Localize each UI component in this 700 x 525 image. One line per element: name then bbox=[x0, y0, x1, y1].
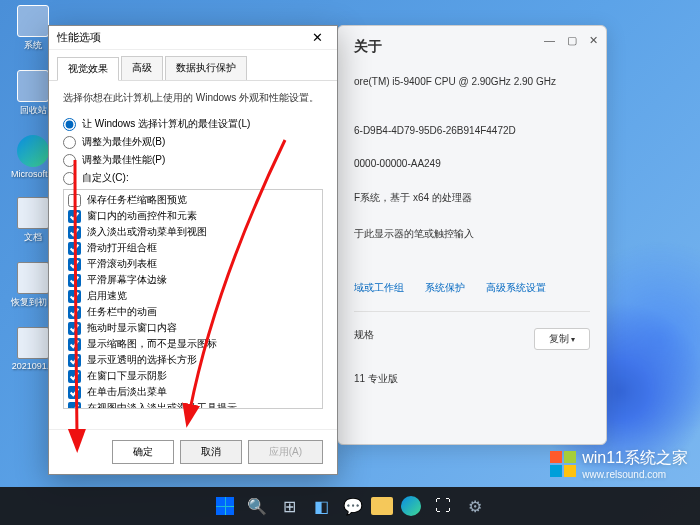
effect-option[interactable]: 在单击后淡出菜单 bbox=[68, 384, 318, 400]
checkbox-input[interactable] bbox=[68, 386, 81, 399]
watermark-url: www.relsound.com bbox=[582, 469, 688, 480]
effect-option[interactable]: 淡入淡出或滑动菜单到视图 bbox=[68, 224, 318, 240]
effect-option[interactable]: 拖动时显示窗口内容 bbox=[68, 320, 318, 336]
watermark: win11系统之家 www.relsound.com bbox=[550, 448, 688, 480]
chat-icon[interactable]: 💬 bbox=[339, 492, 367, 520]
checkbox-input[interactable] bbox=[68, 354, 81, 367]
checkbox-input[interactable] bbox=[68, 210, 81, 223]
checkbox-label: 显示亚透明的选择长方形 bbox=[87, 353, 197, 367]
tab-dep[interactable]: 数据执行保护 bbox=[165, 56, 247, 80]
dialog-buttons: 确定 取消 应用(A) bbox=[49, 429, 337, 474]
radio-label: 调整为最佳外观(B) bbox=[82, 135, 165, 149]
checkbox-label: 拖动时显示窗口内容 bbox=[87, 321, 177, 335]
icon-label: 回收站 bbox=[20, 104, 47, 117]
effect-option[interactable]: 显示亚透明的选择长方形 bbox=[68, 352, 318, 368]
edge-taskbar-icon[interactable] bbox=[397, 492, 425, 520]
description: 选择你想在此计算机上使用的 Windows 外观和性能设置。 bbox=[63, 91, 323, 105]
icon-label: 文档 bbox=[24, 231, 42, 244]
apply-button[interactable]: 应用(A) bbox=[248, 440, 323, 464]
ok-button[interactable]: 确定 bbox=[112, 440, 174, 464]
icon-label: 系统 bbox=[24, 39, 42, 52]
explorer-icon[interactable] bbox=[371, 497, 393, 515]
radio-input[interactable] bbox=[63, 118, 76, 131]
settings-icon[interactable]: ⚙ bbox=[461, 492, 489, 520]
arch-info: F系统，基于 x64 的处理器 bbox=[354, 191, 590, 205]
radio-option[interactable]: 让 Windows 选择计算机的最佳设置(L) bbox=[63, 117, 323, 131]
cpu-info: ore(TM) i5-9400F CPU @ 2.90GHz 2.90 GHz bbox=[354, 76, 590, 87]
effects-list[interactable]: 保存任务栏缩略图预览窗口内的动画控件和元素淡入淡出或滑动菜单到视图滑动打开组合框… bbox=[63, 189, 323, 409]
effect-option[interactable]: 在窗口下显示阴影 bbox=[68, 368, 318, 384]
radio-option[interactable]: 调整为最佳外观(B) bbox=[63, 135, 323, 149]
effect-option[interactable]: 保存任务栏缩略图预览 bbox=[68, 192, 318, 208]
effect-option[interactable]: 启用速览 bbox=[68, 288, 318, 304]
radio-label: 自定义(C): bbox=[82, 171, 129, 185]
taskview-icon[interactable]: ⊞ bbox=[275, 492, 303, 520]
checkbox-input[interactable] bbox=[68, 226, 81, 239]
checkbox-label: 在单击后淡出菜单 bbox=[87, 385, 167, 399]
checkbox-input[interactable] bbox=[68, 338, 81, 351]
minimize-icon[interactable]: — bbox=[544, 34, 555, 47]
document-icon bbox=[17, 327, 49, 359]
checkbox-input[interactable] bbox=[68, 322, 81, 335]
radio-group: 让 Windows 选择计算机的最佳设置(L)调整为最佳外观(B)调整为最佳性能… bbox=[63, 117, 323, 185]
domain-link[interactable]: 域或工作组 bbox=[354, 282, 404, 293]
effect-option[interactable]: 在视图中淡入淡出或滑动工具提示 bbox=[68, 400, 318, 409]
tab-strip: 视觉效果 高级 数据执行保护 bbox=[49, 50, 337, 81]
checkbox-input[interactable] bbox=[68, 306, 81, 319]
effect-option[interactable]: 窗口内的动画控件和元素 bbox=[68, 208, 318, 224]
edition-info: 11 专业版 bbox=[354, 372, 590, 386]
performance-options-dialog: 性能选项 ✕ 视觉效果 高级 数据执行保护 选择你想在此计算机上使用的 Wind… bbox=[48, 25, 338, 475]
close-icon[interactable]: ✕ bbox=[589, 34, 598, 47]
radio-input[interactable] bbox=[63, 154, 76, 167]
radio-option[interactable]: 自定义(C): bbox=[63, 171, 323, 185]
system-icon bbox=[17, 5, 49, 37]
checkbox-label: 平滑屏幕字体边缘 bbox=[87, 273, 167, 287]
protection-link[interactable]: 系统保护 bbox=[425, 282, 465, 293]
store-icon[interactable]: ⛶ bbox=[429, 492, 457, 520]
checkbox-label: 滑动打开组合框 bbox=[87, 241, 157, 255]
radio-label: 调整为最佳性能(P) bbox=[82, 153, 165, 167]
checkbox-input[interactable] bbox=[68, 194, 81, 207]
advanced-link[interactable]: 高级系统设置 bbox=[486, 282, 546, 293]
effect-option[interactable]: 平滑滚动列表框 bbox=[68, 256, 318, 272]
watermark-text: win11系统之家 bbox=[582, 448, 688, 469]
dialog-body: 选择你想在此计算机上使用的 Windows 外观和性能设置。 让 Windows… bbox=[49, 81, 337, 429]
checkbox-input[interactable] bbox=[68, 402, 81, 410]
radio-label: 让 Windows 选择计算机的最佳设置(L) bbox=[82, 117, 250, 131]
effect-option[interactable]: 滑动打开组合框 bbox=[68, 240, 318, 256]
document-icon bbox=[17, 262, 49, 294]
effect-option[interactable]: 平滑屏幕字体边缘 bbox=[68, 272, 318, 288]
checkbox-input[interactable] bbox=[68, 290, 81, 303]
tab-visual-effects[interactable]: 视觉效果 bbox=[57, 57, 119, 81]
tab-advanced[interactable]: 高级 bbox=[121, 56, 163, 80]
watermark-logo-icon bbox=[550, 451, 576, 477]
search-icon[interactable]: 🔍 bbox=[243, 492, 271, 520]
checkbox-input[interactable] bbox=[68, 242, 81, 255]
checkbox-label: 任务栏中的动画 bbox=[87, 305, 157, 319]
radio-input[interactable] bbox=[63, 172, 76, 185]
device-id: 6-D9B4-4D79-95D6-26B914F4472D bbox=[354, 125, 590, 136]
start-button[interactable] bbox=[211, 492, 239, 520]
checkbox-input[interactable] bbox=[68, 274, 81, 287]
radio-input[interactable] bbox=[63, 136, 76, 149]
edge-icon bbox=[17, 135, 49, 167]
about-window: — ▢ ✕ 关于 ore(TM) i5-9400F CPU @ 2.90GHz … bbox=[337, 25, 607, 445]
effect-option[interactable]: 显示缩略图，而不是显示图标 bbox=[68, 336, 318, 352]
effect-option[interactable]: 任务栏中的动画 bbox=[68, 304, 318, 320]
maximize-icon[interactable]: ▢ bbox=[567, 34, 577, 47]
product-id: 0000-00000-AA249 bbox=[354, 158, 590, 169]
widgets-icon[interactable]: ◧ bbox=[307, 492, 335, 520]
dialog-title: 性能选项 bbox=[57, 30, 101, 45]
close-icon[interactable]: ✕ bbox=[306, 30, 329, 45]
radio-option[interactable]: 调整为最佳性能(P) bbox=[63, 153, 323, 167]
copy-button[interactable]: 复制 bbox=[534, 328, 590, 350]
checkbox-input[interactable] bbox=[68, 258, 81, 271]
checkbox-input[interactable] bbox=[68, 370, 81, 383]
cancel-button[interactable]: 取消 bbox=[180, 440, 242, 464]
checkbox-label: 平滑滚动列表框 bbox=[87, 257, 157, 271]
checkbox-label: 保存任务栏缩略图预览 bbox=[87, 193, 187, 207]
system-links: 域或工作组 系统保护 高级系统设置 bbox=[354, 281, 590, 295]
checkbox-label: 启用速览 bbox=[87, 289, 127, 303]
recycle-bin-icon bbox=[17, 70, 49, 102]
folder-icon bbox=[17, 197, 49, 229]
